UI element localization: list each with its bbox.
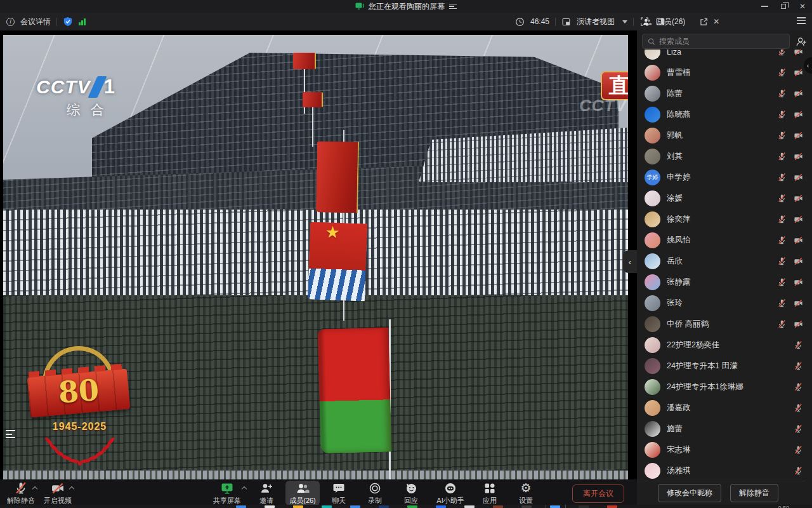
member-row[interactable]: 中侨 高丽鹤 bbox=[637, 314, 812, 335]
taskbar-app-icon[interactable] bbox=[464, 505, 475, 508]
member-avatar bbox=[645, 316, 660, 332]
taskbar-app-icon[interactable] bbox=[550, 505, 560, 508]
taskbar-app-icon[interactable] bbox=[379, 505, 389, 508]
member-search-box[interactable] bbox=[642, 34, 790, 49]
meeting-details-link[interactable]: 会议详情 bbox=[20, 17, 51, 27]
member-row[interactable]: 24护理专升本1徐琳娜 bbox=[637, 377, 812, 398]
popout-panel-icon[interactable] bbox=[699, 17, 709, 27]
member-status-icons bbox=[777, 131, 803, 140]
member-row[interactable]: 22护理2杨奕佳 bbox=[637, 335, 812, 356]
member-row[interactable]: 陈晓燕 bbox=[637, 104, 812, 125]
rename-in-meeting-button[interactable]: 修改会中昵称 bbox=[658, 484, 721, 502]
member-status-icons bbox=[777, 173, 803, 182]
taskbar-clock-peek: 0:50 bbox=[778, 505, 789, 508]
mic-options-caret[interactable] bbox=[32, 486, 37, 491]
red-banner-flag bbox=[293, 53, 316, 69]
member-name: 张玲 bbox=[667, 298, 771, 309]
taskbar-app-icon[interactable] bbox=[322, 505, 332, 508]
member-status-icons bbox=[794, 445, 803, 455]
toolbar-chat[interactable]: 聊天 bbox=[322, 481, 356, 505]
member-row[interactable]: 岳欣 bbox=[637, 251, 812, 272]
video-options-caret[interactable] bbox=[69, 486, 74, 491]
taskbar-app-icon[interactable] bbox=[350, 505, 360, 508]
security-shield-icon[interactable] bbox=[63, 17, 73, 27]
mic-muted-icon bbox=[777, 298, 787, 308]
member-row[interactable]: 张玲 bbox=[637, 293, 812, 314]
toolbar-members[interactable]: 成员(26) bbox=[285, 481, 320, 505]
member-row[interactable]: 曹雪楠 bbox=[637, 62, 812, 83]
windows-taskbar-peek[interactable]: 0:50 bbox=[0, 505, 812, 508]
member-avatar bbox=[645, 274, 660, 290]
member-name: 郭帆 bbox=[667, 130, 771, 141]
member-row[interactable]: 潘嘉政 bbox=[637, 398, 812, 418]
member-avatar bbox=[645, 128, 660, 144]
member-row[interactable]: 张静露 bbox=[637, 272, 812, 293]
restore-button[interactable] bbox=[779, 2, 788, 11]
emblem-number: 80 bbox=[26, 370, 131, 411]
close-button[interactable]: ✕ bbox=[798, 2, 807, 11]
add-member-icon[interactable] bbox=[795, 36, 807, 47]
member-row[interactable]: 学婷 申学婷 bbox=[637, 167, 812, 188]
camera-muted-icon bbox=[794, 50, 803, 57]
toolbar-invite[interactable]: 邀请 bbox=[249, 481, 284, 505]
member-avatar bbox=[645, 358, 660, 374]
member-avatar bbox=[645, 421, 660, 437]
taskbar-app-icon[interactable] bbox=[493, 505, 503, 508]
member-status-icons bbox=[777, 110, 803, 119]
taskbar-app-icon[interactable] bbox=[293, 505, 303, 508]
collapse-panel-handle[interactable]: ‹ bbox=[623, 250, 637, 273]
camera-muted-icon bbox=[794, 131, 803, 140]
toolbar-record[interactable]: 录制 bbox=[358, 481, 392, 505]
banner-options-icon[interactable] bbox=[449, 4, 457, 10]
taskbar-app-icon[interactable] bbox=[436, 505, 446, 508]
unmute-button[interactable]: 解除静音 bbox=[730, 484, 778, 502]
member-row[interactable]: 陈蕾 bbox=[637, 83, 812, 104]
member-avatar bbox=[645, 379, 660, 395]
taskbar-app-icon[interactable] bbox=[236, 505, 246, 508]
member-status-icons bbox=[777, 319, 803, 329]
members-panel-tab[interactable]: 成员(26) bbox=[657, 17, 685, 27]
member-row[interactable]: 汤雅琪 bbox=[637, 460, 812, 481]
cctv-logo-text: CCTV bbox=[36, 76, 91, 98]
taskbar-app-icon[interactable] bbox=[607, 505, 617, 508]
panel-menu-icon[interactable] bbox=[797, 17, 806, 24]
toolbar-apps[interactable]: 应用 bbox=[473, 481, 507, 505]
member-row[interactable]: 徐奕萍 bbox=[637, 209, 812, 230]
toolbar-unmute[interactable]: 解除静音 bbox=[4, 481, 38, 505]
member-row[interactable]: 涂媛 bbox=[637, 188, 812, 209]
member-row[interactable]: 郭帆 bbox=[637, 125, 812, 146]
member-name: 潘嘉政 bbox=[667, 403, 787, 413]
member-row[interactable]: 宋志琳 bbox=[637, 439, 812, 460]
toolbar-start-video[interactable]: 开启视频 bbox=[41, 481, 75, 505]
taskbar-app-icon[interactable] bbox=[407, 505, 417, 508]
member-row[interactable]: 24护理专升本1 田濛 bbox=[637, 356, 812, 377]
leave-meeting-button[interactable]: 离开会议 bbox=[572, 485, 624, 503]
camera-muted-icon bbox=[794, 277, 803, 287]
cctv-channel-logo: CCTV 1 综合 bbox=[36, 76, 115, 119]
member-row[interactable]: 姚凤怡 bbox=[637, 230, 812, 251]
toolbar-share-screen[interactable]: 共享屏幕 bbox=[207, 481, 247, 505]
toolbar-settings[interactable]: ⚙ 设置 bbox=[509, 481, 543, 505]
taskbar-app-icon[interactable] bbox=[579, 505, 589, 508]
toolbar-reactions[interactable]: 回应 bbox=[394, 481, 428, 505]
share-options-caret[interactable] bbox=[242, 486, 247, 491]
camera-muted-icon bbox=[794, 257, 803, 266]
member-name: 22护理2杨奕佳 bbox=[667, 340, 787, 351]
taskbar-app-icon[interactable] bbox=[521, 505, 532, 508]
close-panel-icon[interactable]: ✕ bbox=[713, 17, 719, 26]
member-row[interactable]: 施蕾 bbox=[637, 418, 812, 439]
search-members-input[interactable] bbox=[659, 37, 784, 46]
member-row[interactable]: 刘其 bbox=[637, 146, 812, 167]
toolbar-ai-assistant[interactable]: AI小助手 bbox=[430, 481, 471, 505]
member-row[interactable]: Liza bbox=[637, 50, 812, 62]
mic-muted-icon bbox=[794, 403, 803, 413]
network-signal-icon[interactable] bbox=[79, 18, 86, 25]
member-avatar bbox=[645, 463, 660, 479]
member-name: 申学婷 bbox=[667, 172, 771, 183]
taskbar-app-icon[interactable] bbox=[265, 505, 275, 508]
member-avatar bbox=[645, 86, 660, 102]
minimize-button[interactable] bbox=[760, 2, 769, 11]
emblem-laurel-wreath bbox=[32, 434, 128, 469]
info-icon[interactable]: i bbox=[6, 18, 15, 26]
view-mode-dropdown[interactable]: 演讲者视图 bbox=[577, 17, 615, 27]
